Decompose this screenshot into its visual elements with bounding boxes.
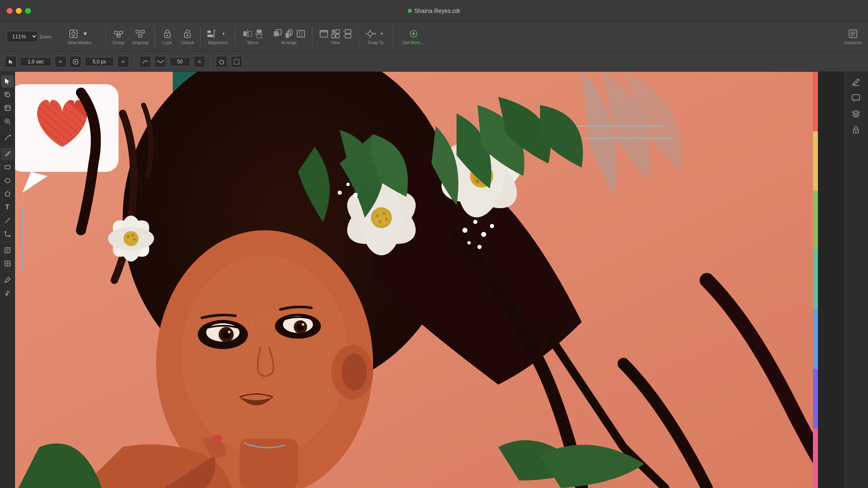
svg-rect-40	[336, 34, 339, 38]
main-area: T	[0, 72, 868, 488]
svg-rect-41	[345, 30, 351, 33]
zoom-tool[interactable]	[1, 115, 14, 128]
snap-to-button[interactable]: ▾ Snap To	[362, 27, 390, 47]
fill-tool[interactable]	[1, 287, 14, 299]
wavy-icon	[154, 56, 166, 68]
sep1	[106, 26, 106, 47]
group-icon	[113, 28, 124, 39]
minimize-button[interactable]	[16, 8, 22, 14]
mirror-label: Mirror	[247, 40, 259, 45]
rectangle-tool[interactable]	[1, 161, 14, 174]
lock-toolbar-icon	[162, 28, 173, 39]
group-button[interactable]: Group	[109, 27, 128, 47]
zoom-group: 111% 100% 75% 50% Zoom	[3, 29, 55, 44]
svg-rect-38	[336, 30, 339, 33]
svg-marker-58	[9, 60, 13, 64]
maximize-button[interactable]	[25, 8, 31, 14]
arrange-icon2	[284, 28, 295, 39]
group-label: Group	[113, 40, 125, 45]
select-tool-prop-icon[interactable]	[5, 56, 17, 68]
svg-marker-20	[214, 30, 216, 31]
connector-tool[interactable]	[1, 228, 14, 240]
freehand-tool[interactable]	[1, 131, 14, 144]
alignment-icon	[207, 28, 217, 39]
eyedropper-tool[interactable]	[1, 274, 14, 286]
arrange-icon1	[272, 28, 283, 39]
svg-rect-42	[345, 34, 351, 38]
size-spinner[interactable]	[117, 56, 129, 68]
view-modes-button[interactable]: ▾ View Modes	[56, 27, 102, 47]
svg-marker-69	[5, 78, 10, 84]
polygon-tool[interactable]	[1, 188, 14, 200]
pressure-input[interactable]	[169, 57, 190, 66]
swatch-blue[interactable]	[813, 309, 818, 369]
app-icon	[408, 9, 412, 13]
smoothing-icon	[139, 56, 151, 68]
time-spinner[interactable]	[55, 56, 66, 68]
ellipse-tool[interactable]	[1, 174, 14, 187]
ungroup-button[interactable]: Ungroup	[129, 27, 151, 47]
svg-point-143	[373, 209, 390, 226]
time-input[interactable]	[20, 57, 51, 66]
mirror-button[interactable]: Mirror	[239, 27, 268, 47]
svg-rect-21	[243, 31, 247, 36]
size-input[interactable]	[85, 57, 114, 66]
close-button[interactable]	[7, 8, 13, 14]
measure-tool[interactable]	[1, 244, 14, 257]
svg-point-174	[477, 245, 482, 249]
svg-point-71	[6, 93, 8, 95]
svg-point-80	[9, 151, 10, 153]
svg-rect-23	[248, 31, 252, 36]
snap-to-label: Snap To	[368, 40, 384, 45]
get-more-icon	[408, 28, 419, 39]
svg-rect-37	[332, 30, 335, 33]
inspector-button[interactable]: Inspector	[842, 27, 865, 47]
alignment-button[interactable]: ▾ Alignment	[204, 27, 232, 47]
edit-right-icon[interactable]	[849, 75, 863, 89]
color-swatches[interactable]	[813, 72, 818, 488]
node-edit-tool[interactable]	[1, 88, 14, 101]
sep4	[235, 26, 235, 47]
view-button[interactable]: View	[316, 27, 355, 47]
swatch-yellow[interactable]	[813, 131, 818, 191]
svg-rect-9	[136, 30, 139, 33]
canvas-area[interactable]	[15, 72, 843, 488]
svg-point-144	[376, 214, 379, 217]
arrange-button[interactable]: Arrange	[270, 27, 309, 47]
svg-rect-68	[234, 59, 239, 64]
pen-tool[interactable]	[1, 148, 14, 160]
pressure-spinner[interactable]	[194, 56, 205, 68]
svg-point-114	[251, 321, 253, 323]
left-sep2	[3, 146, 13, 146]
swatch-teal[interactable]	[813, 250, 818, 310]
selection-box-icon[interactable]	[231, 56, 242, 68]
svg-line-95	[8, 291, 10, 293]
zoom-select[interactable]: 111% 100% 75% 50%	[7, 31, 38, 42]
crop-tool[interactable]	[1, 102, 14, 114]
svg-point-167	[131, 234, 134, 236]
unlock-button[interactable]: Unlock	[178, 27, 197, 47]
svg-point-147	[378, 220, 381, 224]
line-tool[interactable]	[1, 214, 14, 227]
select-tool[interactable]	[1, 75, 14, 88]
lock-button[interactable]: Lock	[158, 27, 177, 47]
layer-right-icon[interactable]	[849, 107, 863, 121]
swatch-pink[interactable]	[813, 428, 818, 488]
swatch-purple[interactable]	[813, 369, 818, 429]
svg-point-1	[72, 32, 75, 35]
swatch-green[interactable]	[813, 191, 818, 250]
properties-bar	[0, 52, 868, 72]
mesh-fill-tool[interactable]	[1, 257, 14, 270]
lock-right-icon[interactable]	[849, 123, 863, 137]
svg-point-175	[338, 191, 342, 195]
comment-right-icon[interactable]	[849, 91, 863, 105]
text-tool[interactable]: T	[1, 201, 14, 214]
get-more-label: Get More...	[402, 40, 424, 45]
svg-rect-81	[5, 166, 10, 169]
get-more-button[interactable]: Get More...	[397, 27, 430, 47]
svg-point-171	[481, 232, 486, 237]
swatch-red[interactable]	[813, 72, 818, 131]
inkwell-icon[interactable]	[216, 56, 227, 68]
svg-point-85	[5, 231, 6, 233]
traffic-lights	[7, 8, 31, 14]
